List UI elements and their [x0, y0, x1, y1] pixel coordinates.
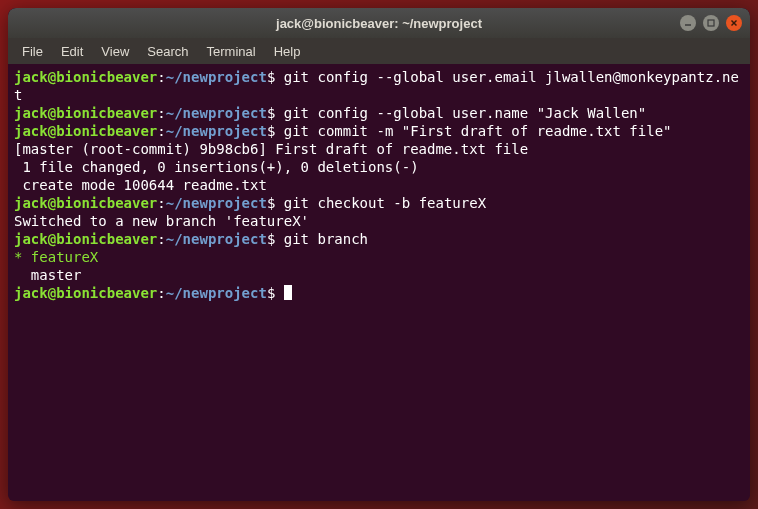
terminal-line: create mode 100644 readme.txt	[14, 176, 744, 194]
titlebar[interactable]: jack@bionicbeaver: ~/newproject	[8, 8, 750, 38]
prompt-user-host: jack@bionicbeaver	[14, 123, 157, 139]
window-controls	[680, 15, 742, 31]
prompt-separator: :	[157, 231, 165, 247]
prompt-path: ~/newproject	[166, 231, 267, 247]
prompt-separator: :	[157, 105, 165, 121]
terminal-line: 1 file changed, 0 insertions(+), 0 delet…	[14, 158, 744, 176]
terminal-line: [master (root-commit) 9b98cb6] First dra…	[14, 140, 744, 158]
prompt-separator: :	[157, 285, 165, 301]
window-title: jack@bionicbeaver: ~/newproject	[276, 16, 482, 31]
prompt-user-host: jack@bionicbeaver	[14, 285, 157, 301]
menu-view[interactable]: View	[93, 41, 137, 62]
prompt-symbol: $	[267, 69, 275, 85]
menu-edit[interactable]: Edit	[53, 41, 91, 62]
terminal-line: jack@bionicbeaver:~/newproject$ git comm…	[14, 122, 744, 140]
maximize-button[interactable]	[703, 15, 719, 31]
prompt-path: ~/newproject	[166, 285, 267, 301]
maximize-icon	[707, 19, 715, 27]
svg-rect-1	[708, 20, 714, 26]
prompt-path: ~/newproject	[166, 105, 267, 121]
terminal-line: jack@bionicbeaver:~/newproject$ git bran…	[14, 230, 744, 248]
prompt-user-host: jack@bionicbeaver	[14, 105, 157, 121]
command-text: git commit -m "First draft of readme.txt…	[284, 123, 672, 139]
prompt-user-host: jack@bionicbeaver	[14, 231, 157, 247]
terminal-line: jack@bionicbeaver:~/newproject$ git conf…	[14, 68, 744, 104]
terminal-line: * featureX	[14, 248, 744, 266]
menubar: File Edit View Search Terminal Help	[8, 38, 750, 64]
terminal-line: Switched to a new branch 'featureX'	[14, 212, 744, 230]
prompt-path: ~/newproject	[166, 195, 267, 211]
prompt-user-host: jack@bionicbeaver	[14, 195, 157, 211]
prompt-symbol: $	[267, 195, 275, 211]
prompt-path: ~/newproject	[166, 123, 267, 139]
menu-help[interactable]: Help	[266, 41, 309, 62]
terminal-line: master	[14, 266, 744, 284]
minimize-icon	[684, 19, 692, 27]
terminal-line: jack@bionicbeaver:~/newproject$ git conf…	[14, 104, 744, 122]
close-button[interactable]	[726, 15, 742, 31]
prompt-symbol: $	[267, 123, 275, 139]
menu-terminal[interactable]: Terminal	[199, 41, 264, 62]
minimize-button[interactable]	[680, 15, 696, 31]
terminal-line: jack@bionicbeaver:~/newproject$	[14, 284, 744, 302]
prompt-path: ~/newproject	[166, 69, 267, 85]
cursor	[284, 285, 292, 300]
prompt-separator: :	[157, 195, 165, 211]
close-icon	[730, 19, 738, 27]
prompt-user-host: jack@bionicbeaver	[14, 69, 157, 85]
prompt-symbol: $	[267, 231, 275, 247]
command-text: git checkout -b featureX	[284, 195, 486, 211]
current-branch: * featureX	[14, 249, 98, 265]
prompt-symbol: $	[267, 285, 275, 301]
command-text: git config --global user.name "Jack Wall…	[284, 105, 646, 121]
terminal-line: jack@bionicbeaver:~/newproject$ git chec…	[14, 194, 744, 212]
prompt-separator: :	[157, 123, 165, 139]
prompt-separator: :	[157, 69, 165, 85]
menu-file[interactable]: File	[14, 41, 51, 62]
terminal-output[interactable]: jack@bionicbeaver:~/newproject$ git conf…	[8, 64, 750, 306]
menu-search[interactable]: Search	[139, 41, 196, 62]
prompt-symbol: $	[267, 105, 275, 121]
terminal-window: jack@bionicbeaver: ~/newproject File Edi…	[8, 8, 750, 501]
command-text: git branch	[284, 231, 368, 247]
